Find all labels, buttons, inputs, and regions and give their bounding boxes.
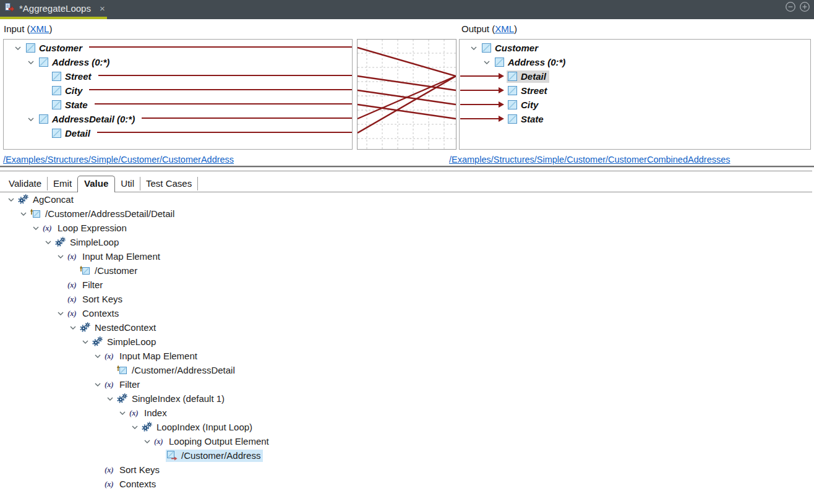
input-tree-panel: CustomerAddress (0:*)StreetCityStateAddr… <box>3 39 353 150</box>
tab-emit[interactable]: Emit <box>48 177 77 190</box>
gears-icon <box>142 422 154 432</box>
tree-node: /Customer/AddressDetail <box>116 364 238 377</box>
tree-row[interactable]: (x)Index <box>0 406 814 420</box>
output-structure-link[interactable]: /Examples/Structures/Simple/Customer/Cus… <box>449 155 730 164</box>
tree-row[interactable]: Customer <box>460 41 810 55</box>
tree-row[interactable]: (x)Filter <box>0 377 814 391</box>
tree-node: SimpleLoop <box>92 336 158 348</box>
tree-node-label: NestedContext <box>95 322 156 333</box>
tree-row[interactable]: City <box>460 98 810 112</box>
gears-icon <box>80 322 92 332</box>
chevron-down-icon[interactable] <box>54 255 67 258</box>
chevron-down-icon[interactable] <box>30 226 42 230</box>
mapping-arrowhead-icon <box>499 73 504 79</box>
tree-row[interactable]: State <box>460 112 810 126</box>
tree-node: (x)Loop Expression <box>42 222 129 234</box>
tree-row[interactable]: (x)Input Map Element <box>0 349 814 363</box>
tree-row[interactable]: LoopIndex (Input Loop) <box>0 420 814 434</box>
tab-validate[interactable]: Validate <box>3 177 48 190</box>
output-xml-link[interactable]: XML <box>495 23 514 34</box>
tab-test-cases[interactable]: Test Cases <box>140 177 198 190</box>
mapping-wire <box>95 103 352 105</box>
tree-row[interactable]: AgConcat <box>0 192 814 207</box>
element-icon <box>508 100 517 109</box>
mapping-arrow-line <box>460 104 499 105</box>
chevron-down-icon[interactable] <box>104 397 116 401</box>
tree-node-label: Street <box>521 85 547 96</box>
tree-row[interactable]: /Customer/AddressDetail <box>0 363 814 377</box>
tree-node: (x)Contexts <box>104 478 158 490</box>
chevron-down-icon[interactable] <box>141 440 153 443</box>
tree-row[interactable]: (x)Filter <box>0 278 814 292</box>
chevron-down-icon[interactable] <box>11 46 25 50</box>
chevron-down-icon[interactable] <box>116 411 129 415</box>
output-header-suffix: ) <box>514 23 517 34</box>
tree-row[interactable]: Street <box>4 69 352 83</box>
tree-row[interactable]: Detail <box>4 126 352 140</box>
tree-row[interactable]: /Customer/AddressDetail/Detail <box>0 207 814 221</box>
tree-node-label: Loop Expression <box>58 223 127 233</box>
element-icon <box>39 58 48 67</box>
element-icon <box>508 86 517 95</box>
tree-node: (x)Looping Output Element <box>153 435 272 448</box>
tree-row[interactable]: Customer <box>4 41 352 55</box>
input-header-suffix: ) <box>49 23 52 34</box>
mapping-arrowhead-icon <box>499 101 504 108</box>
svg-text:(x): (x) <box>105 466 114 474</box>
chevron-down-icon[interactable] <box>92 354 104 358</box>
tree-row[interactable]: (x)Sort Keys <box>0 292 814 306</box>
mapping-arrow-line <box>460 90 499 91</box>
chevron-down-icon[interactable] <box>54 312 67 315</box>
close-tab-icon[interactable]: × <box>97 3 108 14</box>
mapping-line[interactable] <box>358 48 456 76</box>
tree-row[interactable]: NestedContext <box>0 320 814 335</box>
tree-node: (x)Input Map Element <box>67 250 163 263</box>
tree-row[interactable]: Detail <box>460 69 810 83</box>
tree-row[interactable]: (x)Contexts <box>0 477 814 491</box>
chevron-down-icon[interactable] <box>79 340 92 344</box>
input-xml-link[interactable]: XML <box>30 23 49 34</box>
input-structure-link[interactable]: /Examples/Structures/Simple/Customer/Cus… <box>3 155 234 164</box>
tree-row[interactable]: (x)Input Map Element <box>0 249 814 263</box>
element-icon <box>495 58 504 67</box>
editor-tab-aggregateloops[interactable]: *AggregateLoops × <box>0 0 108 17</box>
tree-node: SingleIndex (default 1) <box>116 393 227 405</box>
gears-icon <box>117 393 129 403</box>
plus-circle-icon[interactable] <box>799 1 810 15</box>
chevron-down-icon[interactable] <box>480 61 494 64</box>
tree-row[interactable]: (x)Loop Expression <box>0 221 814 235</box>
tree-row[interactable]: /Customer/Address <box>0 448 814 463</box>
tree-row[interactable]: City <box>4 83 352 98</box>
tree-node-label: Index <box>144 408 167 418</box>
map-file-icon <box>5 2 15 15</box>
tree-row[interactable]: SimpleLoop <box>0 335 814 349</box>
element-icon <box>508 72 517 81</box>
tree-row[interactable]: Street <box>460 83 810 98</box>
tree-row[interactable]: SingleIndex (default 1) <box>0 391 814 406</box>
tree-row[interactable]: /Customer <box>0 263 814 278</box>
tree-row[interactable]: SimpleLoop <box>0 235 814 249</box>
minus-circle-icon[interactable] <box>785 1 796 15</box>
tree-row[interactable]: (x)Sort Keys <box>0 463 814 477</box>
chevron-down-icon[interactable] <box>5 198 17 202</box>
tree-row[interactable]: Address (0:*) <box>460 55 810 69</box>
chevron-down-icon[interactable] <box>42 241 54 244</box>
editor-tab-title: *AggregateLoops <box>19 3 91 14</box>
chevron-down-icon[interactable] <box>67 326 79 330</box>
chevron-down-icon[interactable] <box>92 383 104 387</box>
tree-row[interactable]: AddressDetail (0:*) <box>4 112 352 126</box>
expression-icon: (x) <box>154 437 166 446</box>
tree-row[interactable]: (x)Contexts <box>0 306 814 320</box>
tree-node-label: State <box>65 100 88 110</box>
chevron-down-icon[interactable] <box>17 212 30 216</box>
chevron-down-icon[interactable] <box>24 117 38 121</box>
tab-value[interactable]: Value <box>77 176 115 192</box>
chevron-down-icon[interactable] <box>24 61 38 64</box>
tree-row[interactable]: Address (0:*) <box>4 55 352 69</box>
chevron-down-icon[interactable] <box>129 425 141 429</box>
tree-row[interactable]: (x)Looping Output Element <box>0 434 814 448</box>
chevron-down-icon[interactable] <box>467 46 481 50</box>
tree-node: NestedContext <box>79 322 158 334</box>
tree-row[interactable]: State <box>4 98 352 112</box>
tab-util[interactable]: Util <box>115 177 140 190</box>
